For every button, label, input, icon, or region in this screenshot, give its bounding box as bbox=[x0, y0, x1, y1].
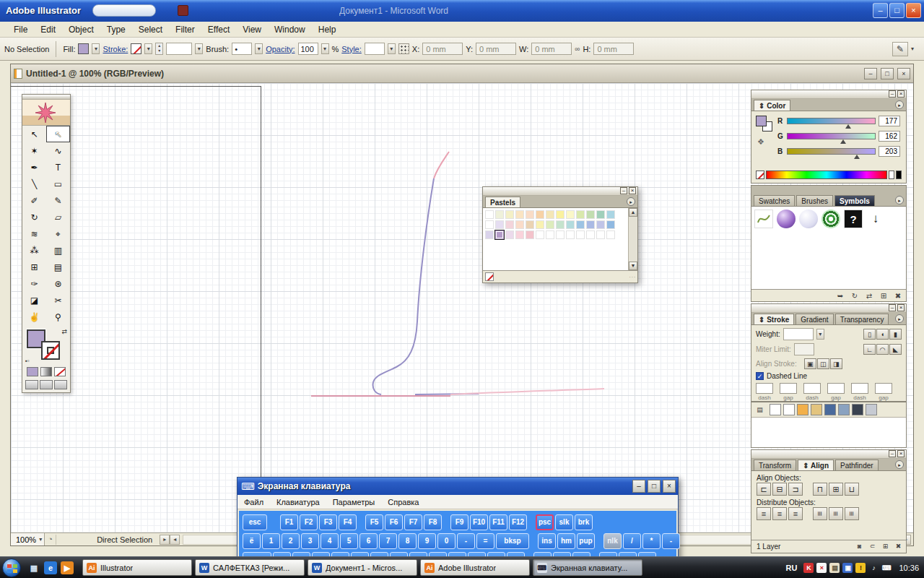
gradient-mode-button[interactable] bbox=[40, 367, 52, 376]
white-swatch[interactable] bbox=[889, 171, 894, 179]
pastel-swatch[interactable] bbox=[555, 230, 565, 240]
show-desktop-icon[interactable]: ▦ bbox=[27, 561, 40, 574]
b-slider[interactable] bbox=[787, 148, 876, 155]
gap-field[interactable] bbox=[875, 383, 892, 394]
menu-effect[interactable]: Effect bbox=[201, 23, 236, 36]
taskbar-button[interactable]: ⌨Экранная клавиату... bbox=[533, 559, 642, 576]
pastel-swatch[interactable] bbox=[525, 210, 535, 220]
key-9[interactable]: 9 bbox=[418, 533, 436, 549]
warp-tool[interactable]: ≋ bbox=[22, 225, 46, 242]
close-button[interactable]: × bbox=[906, 3, 921, 18]
distribute-left-icon[interactable]: ≡ bbox=[813, 507, 827, 520]
key-F1[interactable]: F1 bbox=[280, 514, 298, 530]
key-brk[interactable]: brk bbox=[575, 514, 593, 530]
maximize-button[interactable]: □ bbox=[889, 3, 905, 18]
screen-mode-full-menubar-button[interactable] bbox=[40, 380, 53, 389]
key-F4[interactable]: F4 bbox=[339, 514, 357, 530]
g-value-field[interactable]: 162 bbox=[879, 131, 900, 142]
distribute-bottom-icon[interactable]: ≡ bbox=[788, 507, 803, 520]
graphic-style-swatch[interactable] bbox=[797, 404, 808, 415]
default-fill-stroke-icon[interactable]: ▪▫ bbox=[25, 358, 30, 364]
color-minimize-icon[interactable]: – bbox=[889, 90, 896, 98]
start-button[interactable] bbox=[2, 558, 21, 577]
pastel-swatch[interactable] bbox=[505, 210, 515, 220]
tray-keyboard-icon[interactable]: ⌨ bbox=[881, 563, 892, 573]
key-F6[interactable]: F6 bbox=[385, 514, 403, 530]
stroke-titlebar[interactable]: – × bbox=[751, 304, 906, 313]
pastel-swatch[interactable] bbox=[515, 220, 525, 230]
pastel-swatch[interactable] bbox=[585, 220, 596, 230]
gradient-tool[interactable]: ▤ bbox=[46, 259, 70, 275]
display-settings-icon[interactable]: ▣ bbox=[842, 563, 853, 573]
graph-tool[interactable]: ▥ bbox=[46, 242, 70, 259]
align-stroke-outside-icon[interactable]: ◨ bbox=[830, 358, 842, 369]
key-F9[interactable]: F9 bbox=[450, 514, 468, 530]
new-symbol-icon[interactable]: ⊞ bbox=[878, 291, 889, 301]
graphic-style-swatch[interactable] bbox=[824, 404, 836, 415]
g-slider[interactable] bbox=[787, 133, 876, 139]
free-transform-tool[interactable]: ⌖ bbox=[46, 225, 70, 242]
dash-field[interactable] bbox=[803, 383, 821, 394]
key-1[interactable]: 1 bbox=[262, 533, 280, 549]
pastel-swatch[interactable] bbox=[535, 210, 545, 220]
graphic-style-swatch[interactable] bbox=[866, 404, 877, 415]
scroll-down-icon[interactable]: ▼ bbox=[629, 262, 637, 270]
tab-stroke[interactable]: ⇕ Stroke bbox=[754, 314, 794, 324]
selection-tool[interactable]: ↖ bbox=[22, 126, 46, 142]
key-slk[interactable]: slk bbox=[555, 514, 573, 530]
pen-tool[interactable]: ✒ bbox=[22, 159, 46, 176]
scale-tool[interactable]: ▱ bbox=[46, 209, 70, 225]
pencil-tool[interactable]: ✎ bbox=[46, 192, 70, 209]
butt-cap-icon[interactable]: ▯ bbox=[863, 329, 876, 340]
black-swatch[interactable] bbox=[896, 171, 902, 179]
none-mode-button[interactable] bbox=[54, 367, 66, 376]
slider-thumb[interactable] bbox=[854, 155, 860, 159]
symbol-sprayer-tool[interactable]: ⁂ bbox=[22, 242, 46, 259]
line-segment-tool[interactable]: ╲ bbox=[22, 176, 46, 192]
osk-menu-параметры[interactable]: Параметры bbox=[326, 498, 382, 506]
key-ins[interactable]: ins bbox=[538, 533, 556, 549]
graphic-style-swatch[interactable] bbox=[838, 404, 850, 415]
none-color-icon[interactable] bbox=[756, 171, 764, 179]
color-titlebar[interactable]: – × bbox=[751, 90, 906, 99]
key--[interactable]: - bbox=[662, 533, 680, 549]
pastel-swatch[interactable] bbox=[535, 230, 545, 240]
style-label[interactable]: Style: bbox=[341, 45, 362, 53]
color-mode-button[interactable] bbox=[27, 367, 38, 376]
osk-menu-справка[interactable]: Справка bbox=[381, 498, 425, 506]
tab-gradient[interactable]: Gradient bbox=[796, 314, 833, 324]
update-icon[interactable]: ! bbox=[855, 563, 866, 573]
key-4[interactable]: 4 bbox=[321, 533, 339, 549]
swap-fill-stroke-icon[interactable]: ⇄ bbox=[61, 328, 67, 335]
key-7[interactable]: 7 bbox=[379, 533, 397, 549]
control-panel-menu-arrow[interactable]: ▾ bbox=[911, 46, 914, 52]
pastels-menu-button[interactable]: ▸ bbox=[627, 197, 635, 206]
pastels-minimize-icon[interactable]: – bbox=[620, 187, 627, 194]
menu-file[interactable]: File bbox=[7, 23, 34, 36]
stroke-minimize-icon[interactable]: – bbox=[889, 304, 896, 311]
fill-dropdown-arrow[interactable]: ▾ bbox=[92, 43, 100, 54]
slider-thumb[interactable] bbox=[845, 124, 851, 129]
rectangle-tool[interactable]: ▭ bbox=[46, 176, 70, 192]
pastel-swatch[interactable] bbox=[596, 210, 606, 220]
stroke-close-icon[interactable]: × bbox=[897, 304, 905, 311]
internet-explorer-icon[interactable]: e bbox=[44, 561, 57, 574]
pastel-swatch[interactable] bbox=[596, 220, 606, 230]
pastel-swatch[interactable] bbox=[575, 210, 585, 220]
graphic-style-swatch[interactable] bbox=[811, 404, 822, 415]
green-target-symbol[interactable] bbox=[821, 210, 840, 228]
dash-field[interactable] bbox=[756, 383, 773, 394]
align-v-center-icon[interactable]: ⊞ bbox=[829, 483, 843, 496]
style-dropdown-arrow[interactable]: ▾ bbox=[388, 43, 396, 54]
status-text[interactable]: Direct Selection bbox=[56, 535, 160, 544]
key-nlk[interactable]: nlk bbox=[603, 533, 622, 549]
pastel-swatch[interactable] bbox=[515, 210, 525, 220]
pastel-swatch-selected[interactable] bbox=[494, 230, 505, 240]
tab-color[interactable]: ⇕ Color bbox=[754, 100, 790, 111]
stroke-weight-spinner[interactable]: ▴▾ bbox=[155, 43, 163, 55]
tab-align[interactable]: ⇕ Align bbox=[798, 460, 834, 470]
antivirus-icon[interactable]: K bbox=[803, 563, 814, 573]
pastel-swatch[interactable] bbox=[525, 230, 535, 240]
spinner-up-icon[interactable]: ▴ bbox=[156, 43, 162, 48]
down-arrow-symbol[interactable]: ↓ bbox=[866, 210, 885, 228]
